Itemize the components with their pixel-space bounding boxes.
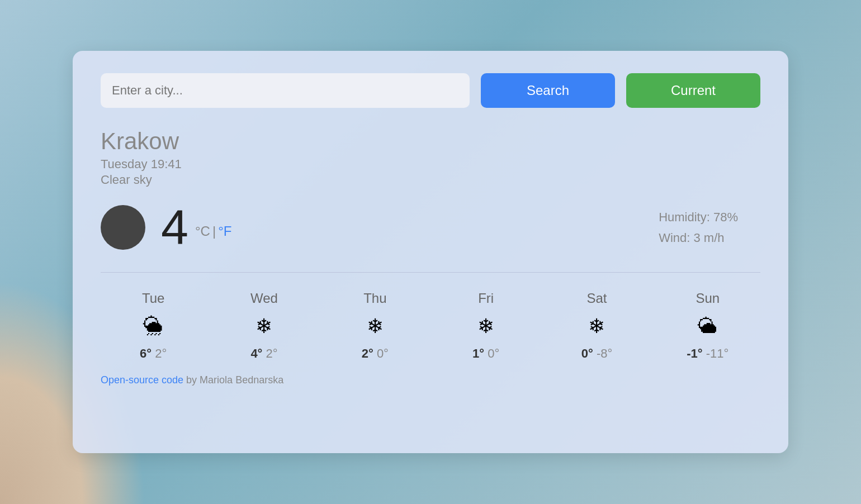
temp-divider: | xyxy=(212,224,216,239)
forecast-day-name: Tue xyxy=(142,291,164,306)
wind-label: Wind: 3 m/h xyxy=(659,227,738,248)
forecast-day: Sun🌥-1° -11° xyxy=(655,291,760,361)
forecast-icon-snow: ❄ xyxy=(582,312,611,341)
temperature-value: 4 xyxy=(161,203,188,252)
forecast-day: Tue🌦6° 2° xyxy=(101,291,206,361)
header-row: Search Current xyxy=(101,73,760,108)
forecast-row: Tue🌦6° 2°Wed❄4° 2°Thu❄2° 0°Fri❄1° 0°Sat❄… xyxy=(101,291,760,361)
forecast-icon-snow: ❄ xyxy=(471,312,500,341)
footer: Open-source code by Mariola Bednarska xyxy=(101,374,760,386)
city-name: Krakow xyxy=(101,128,760,155)
forecast-low: 2° xyxy=(266,346,278,360)
forecast-day-name: Thu xyxy=(363,291,386,306)
current-button[interactable]: Current xyxy=(626,73,760,108)
forecast-low: 0° xyxy=(488,346,499,360)
forecast-icon-snow: ❄ xyxy=(249,312,278,341)
weather-card: Search Current Krakow Tuesday 19:41 Clea… xyxy=(73,51,788,453)
forecast-low: 2° xyxy=(155,346,167,360)
forecast-day: Sat❄0° -8° xyxy=(544,291,649,361)
forecast-high: 6° xyxy=(140,346,152,360)
city-input[interactable] xyxy=(101,73,470,108)
forecast-temps: 2° 0° xyxy=(362,346,389,361)
humidity-label: Humidity: 78% xyxy=(659,207,738,227)
temp-unit-toggle: °C | °F xyxy=(195,216,231,239)
current-weather-icon xyxy=(101,205,145,250)
forecast-day: Wed❄4° 2° xyxy=(211,291,316,361)
forecast-day: Thu❄2° 0° xyxy=(323,291,428,361)
forecast-high: 4° xyxy=(250,346,262,360)
search-button[interactable]: Search xyxy=(481,73,615,108)
current-weather-row: 4 °C | °F Humidity: 78% Wind: 3 m/h xyxy=(101,203,760,252)
footer-suffix: by Mariola Bednarska xyxy=(183,374,283,386)
city-datetime: Tuesday 19:41 xyxy=(101,157,760,172)
forecast-icon-cloudy-night: 🌥 xyxy=(693,312,722,341)
forecast-low: -8° xyxy=(597,346,612,360)
forecast-icon-rain: 🌦 xyxy=(139,312,168,341)
forecast-day: Fri❄1° 0° xyxy=(433,291,538,361)
forecast-high: 1° xyxy=(472,346,484,360)
section-divider xyxy=(101,272,760,273)
forecast-high: 0° xyxy=(581,346,593,360)
forecast-temps: 6° 2° xyxy=(140,346,167,361)
forecast-high: 2° xyxy=(362,346,373,360)
forecast-icon-snow: ❄ xyxy=(361,312,390,341)
forecast-day-name: Wed xyxy=(250,291,278,306)
forecast-temps: 0° -8° xyxy=(581,346,613,361)
forecast-temps: 1° 0° xyxy=(472,346,499,361)
forecast-low: 0° xyxy=(377,346,389,360)
forecast-temps: 4° 2° xyxy=(250,346,277,361)
weather-details: Humidity: 78% Wind: 3 m/h xyxy=(659,207,760,249)
city-condition: Clear sky xyxy=(101,173,760,187)
forecast-low: -11° xyxy=(706,346,729,360)
forecast-temps: -1° -11° xyxy=(687,346,728,361)
source-code-link[interactable]: Open-source code xyxy=(101,374,183,386)
fahrenheit-unit[interactable]: °F xyxy=(218,224,231,239)
forecast-day-name: Sun xyxy=(696,291,720,306)
forecast-day-name: Fri xyxy=(478,291,494,306)
forecast-high: -1° xyxy=(687,346,702,360)
forecast-day-name: Sat xyxy=(586,291,607,306)
celsius-unit[interactable]: °C xyxy=(195,224,210,239)
